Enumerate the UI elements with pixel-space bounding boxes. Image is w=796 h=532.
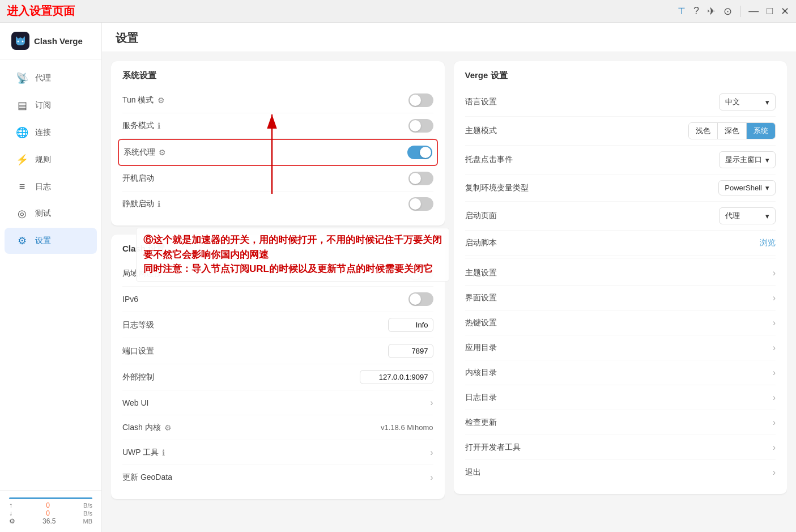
language-row: 语言设置 中文 ▾ [465, 88, 776, 117]
proxy-gear-icon[interactable]: ⚙ [159, 148, 166, 157]
env-type-label: 复制环境变量类型 [465, 183, 529, 193]
sidebar-item-test[interactable]: ◎ 测试 [5, 201, 97, 227]
startup-page-select[interactable]: 代理 ▾ [719, 207, 776, 224]
logs-icon: ≡ [16, 181, 28, 193]
telegram-icon[interactable]: ✈ [707, 5, 716, 18]
uwp-info-icon[interactable]: ℹ [162, 448, 165, 457]
silent-info-icon[interactable]: ℹ [158, 199, 160, 208]
env-type-row: 复制环境变量类型 PowerShell ▾ [465, 175, 776, 202]
ipv6-toggle[interactable] [408, 292, 433, 306]
tray-click-select[interactable]: 显示主窗口 ▾ [719, 151, 776, 168]
download-arrow-icon: ↓ [9, 509, 12, 517]
env-type-select[interactable]: PowerShell ▾ [718, 180, 776, 195]
download-unit: B/s [83, 510, 92, 517]
title-bar: 进入设置页面 ⊤ ? ✈ ⊙ — □ ✕ [0, 0, 796, 23]
lan-toggle[interactable] [408, 267, 433, 280]
download-row: ↓ 0 B/s [9, 509, 92, 517]
check-update-chevron-icon: › [773, 418, 776, 428]
sidebar-item-settings[interactable]: ⚙ 设置 [5, 228, 97, 254]
test-icon: ◎ [16, 207, 28, 220]
service-mode-row: 服务模式 ℹ [122, 113, 433, 139]
log-dir-row[interactable]: 日志目录 › [465, 385, 776, 410]
silent-start-row: 静默启动 ℹ [122, 191, 433, 216]
web-ui-row[interactable]: Web UI › [122, 390, 433, 415]
minimize-button[interactable]: — [748, 5, 759, 17]
autostart-toggle[interactable] [408, 172, 433, 185]
upload-arrow-icon: ↑ [9, 501, 12, 509]
app-dir-row[interactable]: 应用目录 › [465, 335, 776, 360]
sidebar-item-connection-label: 连接 [35, 127, 51, 138]
service-info-icon[interactable]: ℹ [158, 121, 160, 130]
hotkey-chevron-icon: › [773, 318, 776, 328]
core-dir-row[interactable]: 内核目录 › [465, 360, 776, 385]
core-gear-icon[interactable]: ⚙ [164, 423, 172, 432]
uwp-tool-label: UWP 工具 ℹ [122, 448, 165, 458]
sidebar-bottom: ↑ 0 B/s ↓ 0 B/s ⚙ 36.5 MB [0, 490, 101, 532]
system-proxy-toggle[interactable] [407, 146, 432, 159]
autostart-row: 开机启动 [122, 166, 433, 191]
sidebar-logo: Clash Verge [0, 23, 101, 59]
log-level-input[interactable] [388, 318, 433, 332]
language-select[interactable]: 中文 ▾ [719, 93, 776, 110]
theme-light-button[interactable]: 浅色 [689, 123, 718, 139]
devtools-row[interactable]: 打开开发者工具 › [465, 435, 776, 460]
settings-right: Verge 设置 语言设置 中文 ▾ 主题模式 [454, 61, 788, 523]
service-mode-toggle[interactable] [408, 119, 433, 133]
total-row: ⚙ 36.5 MB [9, 517, 92, 525]
autostart-label: 开机启动 [122, 173, 154, 184]
check-update-row[interactable]: 检查更新 › [465, 410, 776, 435]
tun-mode-row: Tun 模式 ⚙ [122, 88, 433, 113]
sidebar-item-connection[interactable]: 🌐 连接 [5, 120, 97, 146]
maximize-button[interactable]: □ [767, 5, 773, 17]
close-button[interactable]: ✕ [781, 5, 789, 18]
logout-row[interactable]: 退出 › [465, 460, 776, 485]
port-input[interactable] [388, 344, 433, 358]
clash-settings-title: Clash 设置 [122, 244, 433, 254]
sidebar-item-rules[interactable]: ⚡ 规则 [5, 147, 97, 173]
startup-script-browse[interactable]: 浏览 [760, 238, 776, 248]
tun-gear-icon[interactable]: ⚙ [158, 96, 165, 105]
startup-page-chevron-icon: ▾ [765, 212, 769, 220]
theme-settings-chevron-icon: › [773, 268, 776, 278]
sidebar-item-rules-label: 规则 [35, 155, 51, 165]
sidebar-item-proxy-label: 代理 [35, 73, 51, 83]
update-geodata-row[interactable]: 更新 GeoData › [122, 465, 433, 490]
devtools-label: 打开开发者工具 [465, 442, 521, 453]
theme-buttons: 浅色 深色 系统 [688, 122, 776, 139]
theme-label: 主题模式 [465, 126, 497, 136]
lan-row: 局域网连接 [122, 261, 433, 287]
verge-settings-title: Verge 设置 [465, 70, 776, 81]
lan-label: 局域网连接 [122, 269, 162, 279]
help-icon[interactable]: ? [693, 5, 699, 17]
hotkey-settings-row[interactable]: 热键设置 › [465, 310, 776, 335]
silent-start-toggle[interactable] [408, 197, 433, 211]
settings-left: 系统设置 Tun 模式 ⚙ 服务模式 ℹ [111, 61, 445, 523]
tun-mode-toggle[interactable] [408, 93, 433, 107]
ui-settings-row[interactable]: 界面设置 › [465, 286, 776, 310]
theme-settings-row[interactable]: 主题设置 › [465, 261, 776, 286]
clash-core-label: Clash 内核 ⚙ [122, 423, 172, 433]
pin-icon[interactable]: ⊤ [678, 6, 686, 16]
sidebar-item-test-label: 测试 [35, 208, 51, 219]
title-bar-left: 进入设置页面 [7, 3, 75, 19]
sidebar-item-subscribe[interactable]: ▤ 订阅 [5, 92, 97, 118]
uwp-tool-row[interactable]: UWP 工具 ℹ › [122, 440, 433, 465]
upload-row: ↑ 0 B/s [9, 501, 92, 509]
sidebar-item-logs[interactable]: ≡ 日志 [5, 174, 97, 199]
verge-settings-card: Verge 设置 语言设置 中文 ▾ 主题模式 [454, 61, 788, 494]
startup-script-label: 启动脚本 [465, 238, 497, 248]
log-dir-label: 日志目录 [465, 393, 497, 403]
tray-click-row: 托盘点击事件 显示主窗口 ▾ [465, 146, 776, 175]
language-value: 中文 [725, 97, 740, 107]
language-chevron-icon: ▾ [765, 98, 769, 107]
sidebar-item-proxy[interactable]: 📡 代理 [5, 65, 97, 91]
theme-dark-button[interactable]: 深色 [718, 123, 747, 139]
logout-label: 退出 [465, 467, 481, 478]
upload-unit: B/s [83, 502, 92, 509]
external-control-input[interactable] [360, 370, 433, 384]
port-label: 端口设置 [122, 346, 154, 356]
total-value: 36.5 [42, 517, 56, 525]
system-proxy-row: 系统代理 ⚙ [118, 139, 438, 166]
github-icon[interactable]: ⊙ [723, 5, 732, 18]
theme-system-button[interactable]: 系统 [747, 123, 775, 139]
